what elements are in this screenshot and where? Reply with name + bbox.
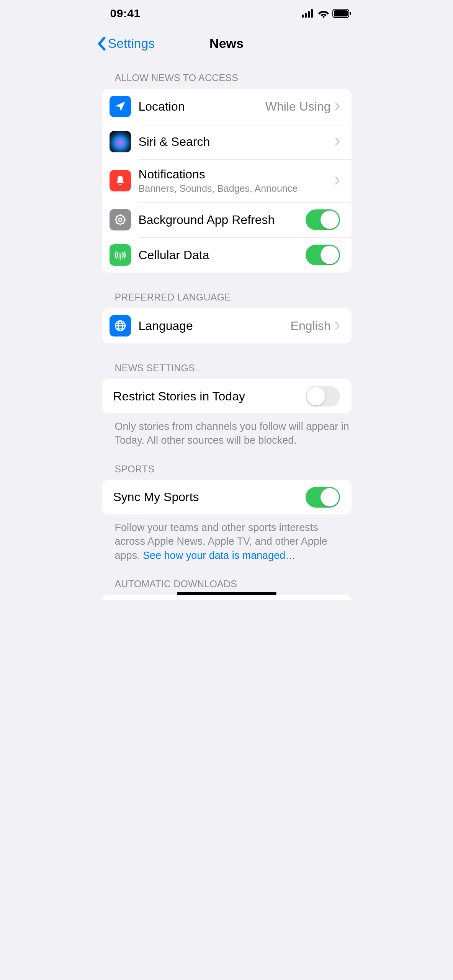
chevron-right-icon — [335, 176, 340, 185]
footer-restrict-stories: Only stories from channels you follow wi… — [88, 413, 365, 448]
group-allow-access: Location While Using Siri & Search Notif… — [102, 89, 352, 273]
svg-line-16 — [116, 222, 118, 224]
toggle-background-refresh[interactable] — [306, 209, 340, 230]
svg-rect-6 — [334, 10, 348, 16]
globe-icon — [110, 315, 131, 336]
battery-icon — [332, 9, 352, 18]
cellular-signal-icon — [302, 9, 315, 18]
row-location[interactable]: Location While Using — [102, 89, 352, 124]
svg-rect-2 — [308, 11, 310, 18]
section-header-news-settings: NEWS SETTINGS — [88, 343, 365, 379]
row-notifications[interactable]: Notifications Banners, Sounds, Badges, A… — [102, 159, 352, 202]
home-indicator[interactable] — [177, 592, 276, 595]
siri-icon — [110, 131, 131, 152]
antenna-icon — [110, 244, 131, 266]
toggle-cellular-data[interactable] — [306, 245, 340, 265]
wifi-icon — [318, 9, 329, 18]
group-language: Language English — [102, 308, 352, 343]
footer-sports: Follow your teams and other sports inter… — [88, 514, 365, 562]
group-auto-downloads: Download Issues — [102, 595, 352, 600]
chevron-right-icon — [335, 102, 340, 111]
gear-icon — [110, 209, 131, 230]
row-siri-label: Siri & Search — [139, 135, 335, 149]
status-icons — [302, 9, 352, 18]
row-cellular-label: Cellular Data — [139, 248, 306, 262]
svg-rect-1 — [305, 13, 307, 18]
row-language-label: Language — [139, 319, 291, 333]
nav-bar: Settings News — [88, 24, 365, 59]
section-header-auto-downloads: AUTOMATIC DOWNLOADS — [88, 562, 365, 595]
row-siri-search[interactable]: Siri & Search — [102, 124, 352, 159]
section-header-sports: SPORTS — [88, 448, 365, 480]
row-restrict-label: Restrict Stories in Today — [113, 389, 306, 403]
back-button[interactable]: Settings — [97, 36, 155, 51]
svg-line-17 — [123, 216, 124, 217]
group-sports: Sync My Sports — [102, 480, 352, 514]
group-news-settings: Restrict Stories in Today — [102, 379, 352, 413]
row-notifications-detail: Banners, Sounds, Badges, Announce — [139, 183, 335, 194]
svg-rect-0 — [302, 15, 304, 18]
row-language[interactable]: Language English — [102, 308, 352, 343]
back-label: Settings — [108, 36, 155, 51]
section-header-allow-access: ALLOW NEWS TO ACCESS — [88, 59, 365, 89]
chevron-right-icon — [335, 321, 340, 330]
row-bgrefresh-label: Background App Refresh — [139, 213, 306, 227]
toggle-sync-sports[interactable] — [306, 487, 340, 508]
toggle-restrict-stories[interactable] — [306, 386, 340, 407]
svg-point-9 — [118, 218, 122, 222]
row-language-value: English — [291, 319, 331, 333]
row-location-label: Location — [139, 100, 265, 114]
status-time: 09:41 — [110, 7, 141, 20]
svg-line-14 — [116, 216, 118, 217]
link-data-managed[interactable]: See how your data is managed… — [143, 550, 296, 561]
row-notifications-label: Notifications — [139, 167, 335, 181]
chevron-left-icon — [97, 37, 106, 51]
location-icon — [110, 96, 131, 117]
svg-point-4 — [322, 16, 324, 18]
row-sync-sports: Sync My Sports — [102, 480, 352, 514]
chevron-right-icon — [335, 137, 340, 146]
section-header-language: PREFERRED LANGUAGE — [88, 273, 365, 308]
row-background-refresh: Background App Refresh — [102, 202, 352, 237]
bell-icon — [110, 170, 131, 191]
row-cellular-data: Cellular Data — [102, 237, 352, 273]
row-download-issues: Download Issues — [102, 595, 352, 600]
status-bar: 09:41 — [88, 0, 365, 24]
svg-line-15 — [123, 222, 124, 224]
row-location-value: While Using — [265, 100, 331, 114]
svg-rect-3 — [311, 9, 313, 18]
row-restrict-stories: Restrict Stories in Today — [102, 379, 352, 413]
svg-rect-7 — [350, 12, 351, 15]
row-sync-sports-label: Sync My Sports — [113, 490, 306, 504]
